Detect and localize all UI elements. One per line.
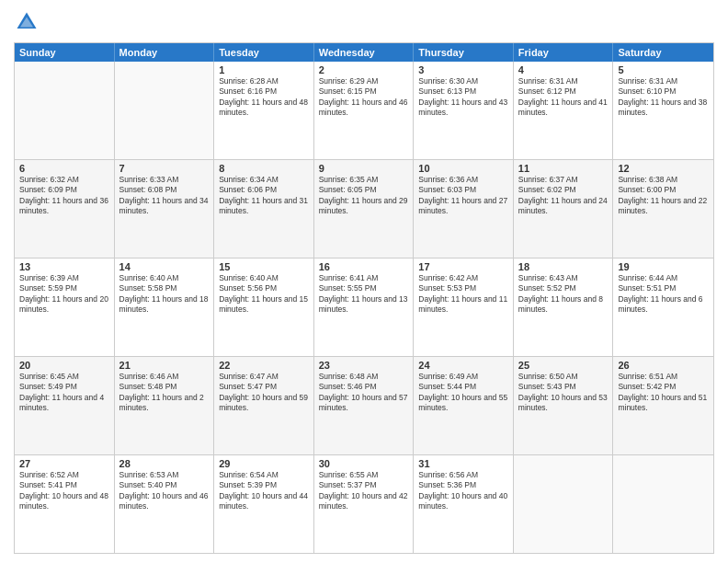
calendar-header: SundayMondayTuesdayWednesdayThursdayFrid… <box>15 43 713 62</box>
day-number: 21 <box>119 360 210 371</box>
calendar-body: 1Sunrise: 6:28 AM Sunset: 6:16 PM Daylig… <box>15 62 713 553</box>
day-number: 25 <box>518 360 609 371</box>
day-number: 22 <box>219 360 309 371</box>
day-number: 20 <box>19 360 109 371</box>
calendar-cell: 14Sunrise: 6:40 AM Sunset: 5:58 PM Dayli… <box>115 259 215 356</box>
cell-info: Sunrise: 6:28 AM Sunset: 6:16 PM Dayligh… <box>219 76 309 119</box>
calendar-cell <box>514 455 614 553</box>
cell-info: Sunrise: 6:39 AM Sunset: 5:59 PM Dayligh… <box>19 273 109 316</box>
calendar-cell: 18Sunrise: 6:43 AM Sunset: 5:52 PM Dayli… <box>514 259 614 356</box>
day-number: 16 <box>319 261 409 272</box>
calendar: SundayMondayTuesdayWednesdayThursdayFrid… <box>14 42 714 554</box>
cell-info: Sunrise: 6:50 AM Sunset: 5:43 PM Dayligh… <box>518 372 609 414</box>
cell-info: Sunrise: 6:51 AM Sunset: 5:42 PM Dayligh… <box>618 372 709 414</box>
calendar-cell: 15Sunrise: 6:40 AM Sunset: 5:56 PM Dayli… <box>214 259 314 356</box>
cell-info: Sunrise: 6:46 AM Sunset: 5:48 PM Dayligh… <box>119 372 210 414</box>
calendar-cell: 21Sunrise: 6:46 AM Sunset: 5:48 PM Dayli… <box>115 357 215 454</box>
day-number: 5 <box>618 64 709 75</box>
cell-info: Sunrise: 6:47 AM Sunset: 5:47 PM Dayligh… <box>219 372 309 414</box>
day-number: 17 <box>418 261 508 272</box>
calendar-cell: 26Sunrise: 6:51 AM Sunset: 5:42 PM Dayli… <box>613 357 713 454</box>
cell-info: Sunrise: 6:52 AM Sunset: 5:41 PM Dayligh… <box>19 470 109 512</box>
header <box>14 9 714 35</box>
day-number: 3 <box>418 64 508 75</box>
day-number: 12 <box>618 163 709 174</box>
logo <box>14 9 43 35</box>
cell-info: Sunrise: 6:42 AM Sunset: 5:53 PM Dayligh… <box>418 273 508 316</box>
cell-info: Sunrise: 6:33 AM Sunset: 6:08 PM Dayligh… <box>119 175 210 217</box>
calendar-cell: 12Sunrise: 6:38 AM Sunset: 6:00 PM Dayli… <box>613 160 713 258</box>
calendar-cell: 31Sunrise: 6:56 AM Sunset: 5:36 PM Dayli… <box>414 455 514 553</box>
day-number: 15 <box>219 261 309 272</box>
day-number: 24 <box>418 360 508 371</box>
cell-info: Sunrise: 6:56 AM Sunset: 5:36 PM Dayligh… <box>418 470 508 512</box>
weekday-header: Wednesday <box>314 43 415 62</box>
calendar-cell: 11Sunrise: 6:37 AM Sunset: 6:02 PM Dayli… <box>514 160 614 258</box>
cell-info: Sunrise: 6:35 AM Sunset: 6:05 PM Dayligh… <box>319 175 409 217</box>
cell-info: Sunrise: 6:37 AM Sunset: 6:02 PM Dayligh… <box>518 175 609 217</box>
calendar-cell: 23Sunrise: 6:48 AM Sunset: 5:46 PM Dayli… <box>314 357 415 454</box>
cell-info: Sunrise: 6:48 AM Sunset: 5:46 PM Dayligh… <box>319 372 409 414</box>
day-number: 4 <box>518 64 609 75</box>
cell-info: Sunrise: 6:30 AM Sunset: 6:13 PM Dayligh… <box>418 76 508 119</box>
page: SundayMondayTuesdayWednesdayThursdayFrid… <box>0 0 728 563</box>
calendar-cell: 27Sunrise: 6:52 AM Sunset: 5:41 PM Dayli… <box>15 455 115 553</box>
day-number: 31 <box>418 458 508 469</box>
calendar-cell: 8Sunrise: 6:34 AM Sunset: 6:06 PM Daylig… <box>214 160 314 258</box>
calendar-cell: 29Sunrise: 6:54 AM Sunset: 5:39 PM Dayli… <box>214 455 314 553</box>
calendar-cell <box>15 62 115 159</box>
cell-info: Sunrise: 6:29 AM Sunset: 6:15 PM Dayligh… <box>319 76 409 119</box>
calendar-cell: 28Sunrise: 6:53 AM Sunset: 5:40 PM Dayli… <box>115 455 215 553</box>
cell-info: Sunrise: 6:49 AM Sunset: 5:44 PM Dayligh… <box>418 372 508 414</box>
weekday-header: Monday <box>115 43 215 62</box>
calendar-row: 1Sunrise: 6:28 AM Sunset: 6:16 PM Daylig… <box>15 62 713 159</box>
calendar-cell: 4Sunrise: 6:31 AM Sunset: 6:12 PM Daylig… <box>514 62 614 159</box>
day-number: 7 <box>119 163 210 174</box>
calendar-cell: 16Sunrise: 6:41 AM Sunset: 5:55 PM Dayli… <box>314 259 415 356</box>
day-number: 28 <box>119 458 210 469</box>
cell-info: Sunrise: 6:40 AM Sunset: 5:56 PM Dayligh… <box>219 273 309 316</box>
day-number: 30 <box>319 458 409 469</box>
cell-info: Sunrise: 6:55 AM Sunset: 5:37 PM Dayligh… <box>319 470 409 512</box>
calendar-cell: 17Sunrise: 6:42 AM Sunset: 5:53 PM Dayli… <box>414 259 514 356</box>
cell-info: Sunrise: 6:44 AM Sunset: 5:51 PM Dayligh… <box>618 273 709 316</box>
weekday-header: Sunday <box>15 43 115 62</box>
calendar-cell: 6Sunrise: 6:32 AM Sunset: 6:09 PM Daylig… <box>15 160 115 258</box>
cell-info: Sunrise: 6:32 AM Sunset: 6:09 PM Dayligh… <box>19 175 109 217</box>
day-number: 26 <box>618 360 709 371</box>
calendar-cell: 9Sunrise: 6:35 AM Sunset: 6:05 PM Daylig… <box>314 160 415 258</box>
cell-info: Sunrise: 6:38 AM Sunset: 6:00 PM Dayligh… <box>618 175 709 217</box>
day-number: 2 <box>319 64 409 75</box>
calendar-cell: 20Sunrise: 6:45 AM Sunset: 5:49 PM Dayli… <box>15 357 115 454</box>
cell-info: Sunrise: 6:43 AM Sunset: 5:52 PM Dayligh… <box>518 273 609 316</box>
day-number: 18 <box>518 261 609 272</box>
cell-info: Sunrise: 6:41 AM Sunset: 5:55 PM Dayligh… <box>319 273 409 316</box>
calendar-row: 6Sunrise: 6:32 AM Sunset: 6:09 PM Daylig… <box>15 159 713 258</box>
cell-info: Sunrise: 6:53 AM Sunset: 5:40 PM Dayligh… <box>119 470 210 512</box>
calendar-cell: 30Sunrise: 6:55 AM Sunset: 5:37 PM Dayli… <box>314 455 415 553</box>
calendar-cell: 25Sunrise: 6:50 AM Sunset: 5:43 PM Dayli… <box>514 357 614 454</box>
cell-info: Sunrise: 6:45 AM Sunset: 5:49 PM Dayligh… <box>19 372 109 414</box>
day-number: 11 <box>518 163 609 174</box>
weekday-header: Tuesday <box>214 43 314 62</box>
weekday-header: Friday <box>514 43 614 62</box>
calendar-cell: 1Sunrise: 6:28 AM Sunset: 6:16 PM Daylig… <box>214 62 314 159</box>
calendar-cell: 24Sunrise: 6:49 AM Sunset: 5:44 PM Dayli… <box>414 357 514 454</box>
calendar-cell <box>115 62 215 159</box>
calendar-cell: 3Sunrise: 6:30 AM Sunset: 6:13 PM Daylig… <box>414 62 514 159</box>
day-number: 10 <box>418 163 508 174</box>
calendar-cell: 13Sunrise: 6:39 AM Sunset: 5:59 PM Dayli… <box>15 259 115 356</box>
cell-info: Sunrise: 6:36 AM Sunset: 6:03 PM Dayligh… <box>418 175 508 217</box>
day-number: 23 <box>319 360 409 371</box>
day-number: 9 <box>319 163 409 174</box>
calendar-cell: 2Sunrise: 6:29 AM Sunset: 6:15 PM Daylig… <box>314 62 415 159</box>
logo-icon <box>14 9 40 35</box>
day-number: 27 <box>19 458 109 469</box>
cell-info: Sunrise: 6:34 AM Sunset: 6:06 PM Dayligh… <box>219 175 309 217</box>
calendar-cell: 22Sunrise: 6:47 AM Sunset: 5:47 PM Dayli… <box>214 357 314 454</box>
calendar-cell: 19Sunrise: 6:44 AM Sunset: 5:51 PM Dayli… <box>613 259 713 356</box>
cell-info: Sunrise: 6:31 AM Sunset: 6:12 PM Dayligh… <box>518 76 609 119</box>
cell-info: Sunrise: 6:31 AM Sunset: 6:10 PM Dayligh… <box>618 76 709 119</box>
calendar-cell: 10Sunrise: 6:36 AM Sunset: 6:03 PM Dayli… <box>414 160 514 258</box>
day-number: 14 <box>119 261 210 272</box>
